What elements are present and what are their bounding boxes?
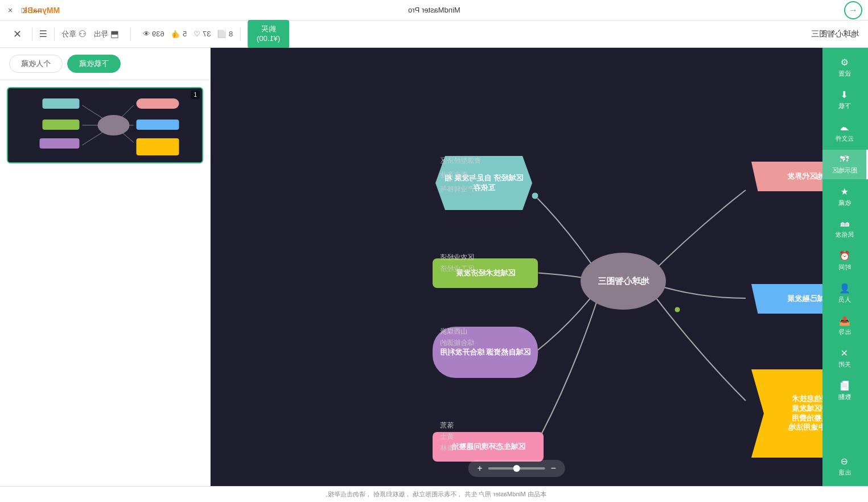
likes-icon: 👍 [171, 30, 180, 38]
logout-icon: ⊖ [841, 456, 848, 467]
branch-label-10: 秦林 [440, 443, 454, 453]
views-count: 639 👁 [142, 30, 164, 38]
window-controls[interactable]: × □ — [6, 6, 42, 15]
sidebar-right-item-export[interactable]: 📤 出导 [822, 311, 868, 341]
statusbar: 本品由 MindMaster 用户 生共 ，不表示图形立场 ，版权归原创 ，请勿… [0, 486, 868, 502]
time-label: 时间 [838, 263, 851, 271]
node-orange: 地理信息技术 支持区域发展 问题整治费用 研究中途用法地 [751, 369, 822, 458]
minimize-btn[interactable]: — [33, 6, 42, 15]
branch-label-7: 综合能源的 [440, 338, 474, 348]
window-title: MindMaster Pro [408, 6, 460, 14]
collect-label: 收藏 [838, 199, 851, 207]
sidebar-right-item-logout[interactable]: ⊖ 出退 [822, 451, 868, 482]
person-icon: 👤 [839, 283, 850, 294]
time-icon: ⏰ [839, 250, 850, 261]
sidebar-right-item-close[interactable]: ✕ 关闭 [822, 343, 868, 373]
sidebar-tabs: 个人收藏 下载收藏 [0, 48, 210, 80]
zoom-slider[interactable] [488, 467, 545, 470]
sidebar-right-item-settings[interactable]: ⚙ 设置 [822, 52, 868, 83]
comments-icon: ⬜ [217, 30, 227, 38]
sidebar-right-item-collect[interactable]: ★ 收藏 [822, 182, 868, 212]
menu-icon: ☰ [39, 28, 47, 39]
svg-point-18 [674, 307, 680, 312]
sidebar-right-item-map[interactable]: 🗺 图示地区 [822, 150, 868, 179]
export-icon: ⬒ [110, 28, 119, 39]
titlebar: MMупаBk × □ — MindMaster Pro → [0, 0, 868, 20]
branch-label-6: 山西煤炭 [440, 327, 467, 336]
sidebar-right: ⚙ 设置 ⬇ 下载 ☁ 云文件 🗺 图示地区 ★ 收藏 🏘 民俗发 ⏰ 时间 👤 [822, 48, 868, 486]
sidebar-content: 1 [0, 80, 210, 486]
menu-button[interactable]: ☰ [39, 28, 47, 39]
thumbnail-image: 1 [8, 88, 202, 162]
divider [32, 27, 32, 41]
toolbar: ✕ ☰ ⚇ 章分 ⬒ 导出 639 👁 5 👍 3 [0, 20, 868, 48]
person-label: 人员 [838, 295, 851, 304]
tab-personal[interactable]: 个人收藏 [9, 55, 63, 73]
download-icon: ⬇ [841, 89, 848, 100]
settings-label: 设置 [838, 69, 851, 78]
favorites-number: 37 [203, 30, 211, 38]
export-right-icon: 📤 [839, 315, 850, 326]
zoom-out-button[interactable]: − [551, 463, 556, 474]
favorites-icon: ♡ [194, 30, 200, 38]
svg-rect-8 [43, 98, 80, 109]
share-label: 章分 [61, 29, 76, 39]
zoom-thumb [513, 465, 520, 472]
likes-number: 5 [183, 30, 187, 38]
thumbnail-card[interactable]: 1 [7, 87, 203, 163]
likes-count[interactable]: 5 👍 [171, 30, 187, 38]
download-label: 下载 [838, 102, 851, 110]
branch-label-9: 黄土 [440, 432, 454, 442]
tab-download[interactable]: 下载收藏 [67, 55, 121, 73]
sidebar-right-item-download[interactable]: ⬇ 下载 [822, 85, 868, 115]
cloud-icon: ☁ [840, 122, 849, 133]
branch-label-3: 产业转移与 [440, 184, 474, 194]
divider2 [54, 27, 55, 41]
main-content: 个人收藏 下载收藏 [0, 48, 868, 486]
close-icon[interactable]: ✕ [9, 26, 25, 42]
export-button[interactable]: ⬒ 导出 [93, 28, 119, 39]
navigate-forward-button[interactable]: → [844, 1, 862, 19]
mindmap-canvas: 地球心智图三 区域经济 自足与发展 相互依存 区域技术经济发展 区域自然资源 综… [211, 48, 822, 486]
node-blue: 推进区域己融发展 [751, 284, 822, 314]
sidebar-right-item-person[interactable]: 👤 人员 [822, 278, 868, 308]
share-icon: ⚇ [79, 28, 87, 39]
close-btn[interactable]: × [6, 6, 15, 15]
export-right-label: 出导 [838, 328, 851, 336]
zoom-bar: + − [468, 460, 565, 477]
settings-icon: ⚙ [841, 57, 849, 68]
sidebar-right-item-time[interactable]: ⏰ 时间 [822, 246, 868, 276]
pages-label: 数翻 [838, 393, 851, 401]
export-label: 导出 [93, 29, 108, 39]
maximize-btn[interactable]: □ [19, 6, 28, 15]
close-right-icon: ✕ [841, 348, 848, 359]
share-button[interactable]: ⚇ 章分 [61, 28, 87, 39]
purchase-button[interactable]: 购买 (¥1.00) [248, 20, 289, 48]
svg-rect-9 [43, 120, 80, 130]
sidebar-right-item-folk[interactable]: 🏘 民俗发 [822, 214, 868, 244]
sidebar-left: 个人收藏 下载收藏 [0, 48, 211, 486]
page-title: 地球心智图三 [811, 29, 859, 39]
divider3 [130, 27, 131, 41]
favorites-count[interactable]: 37 ♡ [194, 30, 211, 38]
views-number: 639 [152, 30, 164, 38]
canvas-area[interactable]: 地球心智图三 区域经济 自足与发展 相互依存 区域技术经济发展 区域自然资源 综… [211, 48, 822, 486]
sidebar-right-item-pages[interactable]: 📄 数翻 [822, 376, 868, 406]
toolbar-left: ✕ ☰ ⚇ 章分 ⬒ 导出 639 👁 5 👍 3 [9, 20, 289, 48]
svg-point-7 [98, 115, 130, 135]
svg-rect-13 [137, 138, 179, 155]
folk-icon: 🏘 [840, 219, 849, 229]
comments-count[interactable]: 8 ⬜ [217, 30, 233, 38]
zoom-in-button[interactable]: + [477, 463, 482, 474]
pages-icon: 📄 [839, 380, 850, 391]
svg-rect-10 [40, 138, 80, 149]
branch-label-8: 落荒 [440, 421, 454, 430]
branch-label-2: 西方产业 [440, 170, 467, 180]
views-icon: 👁 [142, 30, 150, 38]
svg-rect-11 [137, 98, 179, 109]
center-node: 地球心智图三 [581, 253, 666, 310]
svg-rect-12 [137, 120, 179, 130]
map-icon: 🗺 [840, 154, 849, 164]
sidebar-right-item-cloud[interactable]: ☁ 云文件 [822, 117, 868, 147]
branch-label-5: 区工业经济 [440, 264, 474, 274]
